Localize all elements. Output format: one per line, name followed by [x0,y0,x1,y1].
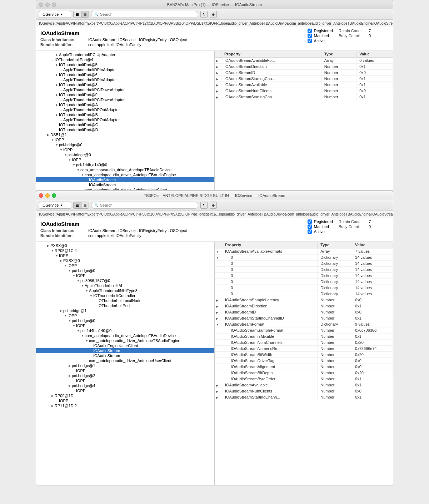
refresh-btn-1[interactable]: ↻ [200,11,208,18]
search-box-1[interactable]: 🔍 [91,11,198,18]
prop-expand-arrow[interactable]: ▶ [215,94,221,100]
tree-item[interactable]: ▶IOThunderboltPort@A [36,102,214,107]
prop-expand-arrow[interactable] [215,273,222,279]
table-row[interactable]: ▼0Dictionary14 values [215,255,393,261]
prop-expand-arrow[interactable]: ▶ [215,70,221,76]
tree-item[interactable]: ▼IOPP [36,263,214,268]
tree-item[interactable]: com_antelopeaudio_driver_AntelopeUserCli… [36,358,214,363]
registered-checkbox-2[interactable] [308,219,312,224]
tree-item[interactable]: IOPP [36,388,214,393]
tree-item[interactable]: ▼AppleThunderboltNHIType3 [36,288,214,293]
prop-expand-arrow[interactable] [215,267,222,273]
tree-item[interactable]: ▶DSB1@1 [36,132,214,137]
prop-expand-arrow[interactable] [215,364,222,370]
prop-expand-arrow[interactable]: ▶ [215,88,221,94]
table-row[interactable]: ▶IOAudioStreamAvailableNumber0x1 [215,382,393,388]
tree-item[interactable]: ▼pci-bridge@0 [36,152,214,157]
tree-item[interactable]: ▼com_antelopeaudio_driver_AntelopeTBAudi… [36,167,214,172]
grid-view-btn-2[interactable]: ⊞ [81,202,89,208]
tree-item[interactable]: —AppleThunderboltPCIDownAdapter [36,87,214,92]
search-input-2[interactable] [100,203,195,207]
tree-item[interactable]: ▼com_antelopeaudio_driver_AntelopeTBAudi… [36,333,214,338]
prop-expand-arrow[interactable]: ▼ [215,255,222,261]
export-btn-2[interactable]: ⊕ [210,202,217,209]
tree-item[interactable]: ▼pci8086,1577@0 [36,278,214,283]
matched-checkbox-1[interactable] [308,34,312,38]
tree-item[interactable]: ▼pci-bridge@0 [36,318,214,323]
tree-item[interactable]: IOAudioStream [36,353,214,358]
active-checkbox-2[interactable] [308,229,312,234]
tree-item[interactable]: ▶PXSX@0 [36,243,214,248]
table-row[interactable]: IOAudioStreamAlignmentNumber0x0 [215,364,393,370]
prop-expand-arrow[interactable] [215,346,222,352]
tree-item[interactable]: ▼pci-1d4b,a140@0 [36,162,214,167]
tree-item[interactable]: ▼IOPP [36,147,214,152]
prop-expand-arrow[interactable] [215,370,222,376]
table-row[interactable]: IOAudioStreamDriverTagNumber0x0 [215,358,393,364]
tree-item[interactable]: ▶PXSX@0 [36,258,214,263]
prop-expand-arrow[interactable] [215,279,222,285]
table-row[interactable]: 0Dictionary14 values [215,291,393,297]
search-box-2[interactable]: 🔍 [91,202,198,209]
tree-item[interactable]: ▶IOThunderboltPort@5 [36,62,214,67]
tree-item[interactable]: ▼pci-1d4b,a140@0 [36,328,214,333]
tree-item[interactable]: ▼IOPP [36,273,214,278]
tree-item[interactable]: —AppleThunderboltDPInAdapter [36,67,214,72]
list-view-btn-1[interactable]: ☰ [74,11,81,18]
tree-item[interactable]: com_antelopeaudio_driver_AntelopeUserCli… [36,187,214,190]
tree-item[interactable]: —IOAudioStream [36,177,214,182]
tree-item[interactable]: ▼IOPP [36,313,214,318]
table-row[interactable]: 0Dictionary14 values [215,279,393,285]
prop-expand-arrow[interactable]: ▶ [215,82,221,88]
tree-item[interactable]: —IOThunderboltPort@4 [36,57,214,62]
table-row[interactable]: 0Dictionary14 values [215,285,393,291]
prop-expand-arrow[interactable]: ▶ [215,388,222,394]
table-row[interactable]: ▶IOAudioStreamIDNumber0x0 [215,309,393,315]
maximize-button-2[interactable] [52,193,56,198]
search-input-1[interactable] [100,12,195,16]
prop-expand-arrow[interactable]: ▶ [215,76,221,82]
tree-item[interactable]: —AppleThunderboltDPOutAdapter [36,117,214,122]
tree-item[interactable]: IOPP [36,368,214,373]
tree-item[interactable]: ▶AppleThunderboltPCIUpAdapter [36,52,214,57]
table-row[interactable]: IOAudioStreamSampleFormatNumber0x6c70636… [215,327,393,333]
table-row[interactable]: ▼IOAudioStreamAvailableFormatsArray7 val… [215,248,393,255]
prop-expand-arrow[interactable]: ▶ [215,315,222,321]
table-row[interactable]: IOAudioStreamBitWidthNumber0x20 [215,352,393,358]
table-row[interactable]: ▶IOAudioStreamStartingCha...Number0x1 [215,76,393,82]
tree-item[interactable]: ▼IOPP [36,253,214,258]
table-row[interactable]: IOAudioStreamNumChannelsNumber0x20 [215,340,393,346]
tree-item[interactable]: ▶IOThunderboltPort@9 [36,92,214,97]
tree-item[interactable]: IOAudioEngineUserClient [36,343,214,348]
tree-item[interactable]: ▼IOPP [36,137,214,142]
tree-pane-2[interactable]: ▶PXSX@0▼RP05@1C,4▼IOPP▶PXSX@0▼IOPP▼pci-b… [36,242,215,485]
tree-item[interactable]: ▼pci-bridge@0 [36,142,214,147]
prop-expand-arrow[interactable]: ▶ [215,64,221,70]
prop-expand-arrow[interactable] [215,333,222,340]
tree-item[interactable]: ▶IOThunderboltPort@B [36,112,214,117]
table-row[interactable]: 0Dictionary14 values [215,261,393,267]
prop-expand-arrow[interactable] [215,358,222,364]
close-button-2[interactable] [39,193,43,198]
prop-expand-arrow[interactable] [215,291,222,297]
prop-expand-arrow[interactable] [215,352,222,358]
table-row[interactable]: ▶IOAudioStreamSampleLatencyNumber0x0 [215,297,393,303]
tree-item[interactable]: ▼IOThunderboltController [36,293,214,298]
tree-item[interactable]: ▼AppleThunderboltHAL [36,283,214,288]
tree-item[interactable]: ▶pci-bridge@4 [36,383,214,388]
tree-item[interactable]: ▼IOPP [36,157,214,162]
tree-item[interactable]: IOPP [36,398,214,403]
tree-item[interactable]: —AppleThunderboltPCIDownAdapter [36,97,214,102]
tree-item[interactable]: ▼com_antelopeaudio_driver_AntelopeTBAudi… [36,338,214,343]
tree-item[interactable]: ▶pci-bridge@2 [36,373,214,378]
table-row[interactable]: 0Dictionary14 values [215,267,393,273]
service-dropdown-2[interactable]: IOService ▼ [39,202,71,209]
tree-item[interactable]: IOThunderboltPort [36,303,214,308]
tree-item[interactable]: IOAudioStream [36,182,214,187]
prop-expand-arrow[interactable]: ▼ [215,248,222,255]
tree-item[interactable]: IOPP [36,378,214,383]
tree-item[interactable]: ▶IOThunderboltPort@6 [36,72,214,77]
tree-item[interactable]: ▶pci-bridge@1 [36,363,214,368]
props-pane-2[interactable]: Property Type Value ▼IOAudioStreamAvaila… [215,242,393,485]
prop-expand-arrow[interactable] [215,376,222,382]
